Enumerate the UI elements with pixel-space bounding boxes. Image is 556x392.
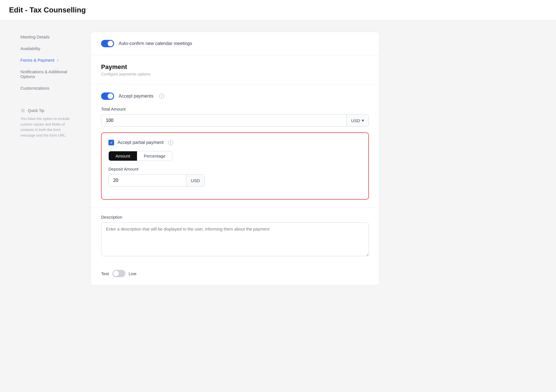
payment-subtitle: Configure payments options [101,72,369,76]
toggle-slider [101,92,114,100]
currency-selector[interactable]: USD ▾ [346,115,369,126]
description-label: Description [101,215,369,219]
page-title: Edit - Tax Counselling [9,6,547,14]
partial-payment-tabs: Amount Percentage [108,151,172,161]
sidebar-item-label: Meeting Details [20,35,50,39]
lightbulb-icon [20,108,25,113]
partial-payment-label: Accept partial payment [117,140,164,145]
payment-section: Payment Configure payments options [91,55,379,85]
auto-confirm-label: Auto-confirm new calendar meetings [119,41,192,46]
sidebar-item-forms-payment[interactable]: Forms & Payment › [17,55,79,65]
partial-payment-checkbox[interactable]: ✓ [108,140,114,145]
auto-confirm-toggle[interactable] [101,40,114,47]
quick-tip-header: Quick Tip [20,108,76,113]
content-area: Auto-confirm new calendar meetings Payme… [91,32,379,285]
currency-value: USD [351,118,360,123]
payment-title: Payment [101,63,369,71]
tab-percentage[interactable]: Percentage [137,151,172,161]
chevron-right-icon: › [57,58,58,62]
sidebar-item-label: Notifications & Additional Options [20,69,76,79]
toggle-slider [112,270,125,277]
quick-tip: Quick Tip You have the option to include… [17,105,79,141]
live-label: Live [129,271,137,276]
deposit-currency-value: USD [191,178,200,183]
accept-payments-toggle[interactable] [101,92,114,100]
deposit-input-row: USD [108,174,205,187]
deposit-currency: USD [186,175,204,186]
accept-payments-section: Accept payments i Total Amount USD ▾ [91,85,379,208]
partial-payment-box: ✓ Accept partial payment i Amount Percen… [101,132,369,200]
test-live-row: Test Live [91,264,379,285]
partial-payment-info-icon[interactable]: i [168,140,173,145]
total-amount-label: Total Amount [101,107,369,111]
auto-confirm-row: Auto-confirm new calendar meetings [101,40,369,47]
svg-point-0 [22,109,24,112]
total-amount-input[interactable] [101,115,346,126]
sidebar-nav: Meeting Details Availability Forms & Pay… [17,32,79,93]
main-layout: Meeting Details Availability Forms & Pay… [0,20,396,297]
quick-tip-heading: Quick Tip [28,108,44,113]
deposit-amount-label: Deposit Amount [108,167,362,171]
description-section: Description [91,208,379,264]
deposit-amount-field: Deposit Amount USD [108,167,362,187]
sidebar-item-label: Customizations [20,86,50,91]
total-amount-input-row: USD ▾ [101,114,369,127]
chevron-down-icon: ▾ [362,118,364,123]
toggle-slider [101,40,114,47]
accept-payments-row: Accept payments i [101,92,369,100]
page-header: Edit - Tax Counselling [0,0,556,20]
accept-payments-label: Accept payments [119,94,153,99]
sidebar-item-label: Forms & Payment [20,58,54,63]
test-label: Test [101,271,109,276]
deposit-amount-input[interactable] [109,175,186,186]
sidebar-item-label: Availability [20,46,40,51]
total-amount-field: Total Amount USD ▾ [101,107,369,127]
tab-amount[interactable]: Amount [109,151,137,161]
description-input[interactable] [101,222,369,256]
sidebar-item-customizations[interactable]: Customizations [17,83,79,93]
accept-payments-info-icon[interactable]: i [159,94,164,99]
sidebar: Meeting Details Availability Forms & Pay… [17,32,79,285]
sidebar-item-meeting-details[interactable]: Meeting Details [17,32,79,42]
sidebar-item-availability[interactable]: Availability [17,43,79,54]
checkmark-icon: ✓ [110,141,113,145]
partial-payment-row: ✓ Accept partial payment i [108,140,362,145]
sidebar-item-notifications[interactable]: Notifications & Additional Options [17,66,79,82]
quick-tip-text: You have the option to include custom va… [20,116,76,138]
test-live-toggle[interactable] [112,270,125,277]
auto-confirm-section: Auto-confirm new calendar meetings [91,32,379,55]
